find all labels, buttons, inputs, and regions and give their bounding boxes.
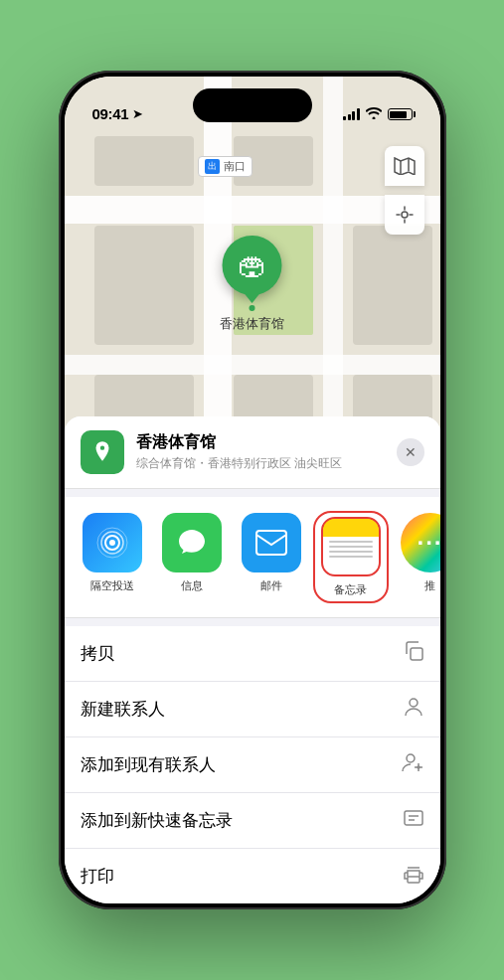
add-existing-label: 添加到现有联系人 xyxy=(81,753,216,776)
apps-row: 隔空投送 信息 xyxy=(65,497,440,618)
pin-dot xyxy=(250,305,255,311)
svg-rect-21 xyxy=(256,531,286,555)
messages-icon xyxy=(162,513,222,572)
notes-line-2 xyxy=(329,546,373,548)
app-item-more[interactable]: ··· 推 xyxy=(395,513,440,601)
airdrop-label: 隔空投送 xyxy=(90,578,134,593)
new-contact-icon xyxy=(403,696,424,723)
location-info: 香港体育馆 综合体育馆・香港特别行政区 油尖旺区 xyxy=(136,432,385,472)
location-subtitle: 综合体育馆・香港特别行政区 油尖旺区 xyxy=(136,455,385,472)
app-item-notes[interactable]: 备忘录 xyxy=(315,513,387,601)
notes-line-1 xyxy=(329,541,373,543)
close-button[interactable]: ✕ xyxy=(397,438,424,466)
location-name: 香港体育馆 xyxy=(136,432,385,453)
signal-bar-2 xyxy=(348,114,351,120)
action-add-quick-note[interactable]: 添加到新快速备忘录 xyxy=(65,793,440,849)
share-sheet: 香港体育馆 综合体育馆・香港特别行政区 油尖旺区 ✕ xyxy=(65,416,440,903)
svg-rect-8 xyxy=(94,136,194,186)
action-copy[interactable]: 拷贝 xyxy=(65,626,440,682)
action-new-contact[interactable]: 新建联系人 xyxy=(65,682,440,737)
phone-screen: 09:41 ➤ xyxy=(65,77,440,903)
copy-label: 拷贝 xyxy=(81,642,114,665)
mail-label: 邮件 xyxy=(260,578,282,593)
location-card-icon xyxy=(81,430,124,474)
notes-line-4 xyxy=(329,556,373,558)
notes-top-bar xyxy=(323,519,379,537)
location-pin: 🏟 香港体育馆 xyxy=(220,236,284,333)
more-icon: ··· xyxy=(401,513,440,572)
signal-bar-4 xyxy=(357,108,360,120)
stadium-icon: 🏟 xyxy=(238,248,267,282)
action-list: 拷贝 新建联系人 xyxy=(65,626,440,903)
add-quick-note-label: 添加到新快速备忘录 xyxy=(81,809,233,832)
airdrop-icon xyxy=(83,513,142,572)
signal-bars xyxy=(343,108,360,120)
location-arrow-icon: ➤ xyxy=(132,106,143,121)
dynamic-island xyxy=(193,88,312,122)
signal-bar-1 xyxy=(343,116,346,120)
svg-rect-22 xyxy=(411,648,422,660)
location-card: 香港体育馆 综合体育馆・香港特别行政区 油尖旺区 ✕ xyxy=(65,416,440,489)
app-item-messages[interactable]: 信息 xyxy=(156,513,228,601)
svg-point-23 xyxy=(410,699,418,707)
more-label: 推 xyxy=(424,578,435,593)
notes-lines xyxy=(323,537,379,574)
add-existing-icon xyxy=(401,751,424,778)
mail-icon xyxy=(242,513,301,572)
status-time: 09:41 xyxy=(92,105,129,122)
notes-label: 备忘录 xyxy=(334,582,367,597)
pin-label: 香港体育馆 xyxy=(220,315,284,333)
svg-rect-5 xyxy=(94,226,194,345)
map-type-button[interactable] xyxy=(385,146,424,186)
svg-rect-27 xyxy=(408,877,420,883)
svg-point-20 xyxy=(109,540,115,546)
entrance-prefix: 出 xyxy=(205,159,220,174)
battery-icon xyxy=(388,108,413,120)
print-icon xyxy=(403,863,424,890)
notes-icon xyxy=(321,517,381,576)
notes-line-3 xyxy=(329,551,373,553)
map-controls xyxy=(385,146,424,235)
svg-rect-3 xyxy=(65,355,440,375)
map-entrance-label: 出 南口 xyxy=(198,156,252,177)
location-button[interactable] xyxy=(385,195,424,235)
add-quick-note-icon xyxy=(403,807,424,834)
status-icons xyxy=(343,106,413,122)
svg-point-14 xyxy=(402,212,408,218)
svg-rect-9 xyxy=(353,226,432,345)
svg-rect-26 xyxy=(405,811,422,825)
new-contact-label: 新建联系人 xyxy=(81,698,165,721)
phone-frame: 09:41 ➤ xyxy=(59,71,446,909)
app-item-mail[interactable]: 邮件 xyxy=(236,513,307,601)
pin-bubble: 🏟 xyxy=(223,236,282,295)
action-add-existing-contact[interactable]: 添加到现有联系人 xyxy=(65,737,440,793)
svg-point-24 xyxy=(407,754,415,762)
print-label: 打印 xyxy=(81,865,114,888)
entrance-label: 南口 xyxy=(224,159,246,174)
action-print[interactable]: 打印 xyxy=(65,849,440,903)
svg-point-16 xyxy=(99,446,103,450)
signal-bar-3 xyxy=(352,111,355,120)
wifi-icon xyxy=(366,106,382,122)
messages-label: 信息 xyxy=(181,578,203,593)
copy-icon xyxy=(403,640,424,667)
app-item-airdrop[interactable]: 隔空投送 xyxy=(77,513,148,601)
